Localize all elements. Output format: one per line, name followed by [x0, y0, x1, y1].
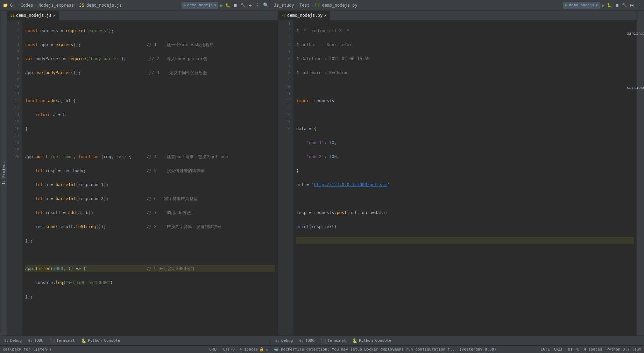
code-line-15: res.send(result.toString()); // 8 转换为字符串… [25, 223, 275, 230]
run-config-dropdown[interactable]: ▼ [214, 3, 216, 7]
left-code-area[interactable]: 12345 678910 1112131415 1617181920 const… [7, 20, 278, 336]
js-file-icon: JS [79, 3, 84, 8]
left-code-content[interactable]: const express = require('express'); cons… [22, 20, 278, 336]
left-editor-panel: JS demo_nodejs.js ✕ 12345 678910 1112131… [7, 10, 278, 336]
breadcrumb-js-study[interactable]: Js_study [274, 3, 294, 8]
run-config-left[interactable]: ▶ demo_nodejs ▼ [182, 2, 218, 9]
main-area: 1: Project JS demo_nodejs.js ✕ 12345 678… [0, 10, 644, 336]
folder-icon: 📁 [3, 3, 8, 8]
notif-icon: 🐳 [274, 347, 279, 352]
run-all-left[interactable]: ⏭ [248, 3, 253, 8]
editors-area: JS demo_nodejs.js ✕ 12345 678910 1112131… [7, 10, 644, 336]
right-tab-close[interactable]: ✕ [324, 13, 326, 18]
favorites-label[interactable]: 2: Favorites [624, 85, 644, 92]
code-line-11: let resp = req.body; // 5 接受传过来的请求体 [25, 167, 275, 174]
tools-bar-left: 5: Debug 6: TODO ⬛ Terminal 🐍 Python Con… [0, 337, 271, 345]
terminal-tab-label: Terminal [56, 338, 75, 343]
code-line-7: return a + b [25, 111, 275, 118]
right-tab-py[interactable]: PY demo_nodejs.py ✕ [278, 11, 330, 20]
rcode-line-2: # author : SunriseCai [296, 41, 634, 48]
status-bar: callback for listen() CRLF UTF-8 4 space… [0, 345, 644, 353]
code-line-8: } [25, 125, 275, 132]
debug-button-left[interactable]: 🐛 [225, 3, 231, 8]
debug-tab-right[interactable]: 5: Debug [273, 337, 296, 345]
run-button-left[interactable]: ▶ [220, 2, 223, 8]
run-config-right[interactable]: ▶ demo_nodejs ▼ [563, 2, 600, 9]
more-left[interactable]: ⋮ [255, 3, 260, 8]
rcode-line-11: } [296, 167, 634, 174]
build-button-left[interactable]: 🔨 [240, 3, 246, 8]
right-code-content[interactable]: # -*- coding:utf-8 -*- # author : Sunris… [293, 20, 637, 336]
search-button-left[interactable]: 🔍 [263, 2, 269, 8]
debug-tab-left[interactable]: 5: Debug [1, 337, 24, 345]
tools-bar-right: 5: Debug 6: TODO ⬛ Terminal 🐍 Python Con… [271, 337, 644, 345]
todo-tab-left[interactable]: 6: TODO [25, 337, 46, 345]
code-line-17 [25, 251, 275, 258]
breadcrumb-left[interactable]: 📁 G: › Codes › Nodejs_express › JS demo_… [0, 3, 125, 8]
run-config-icon: ▶ [184, 3, 186, 7]
code-line-16: }); [25, 237, 275, 244]
breadcrumb-right[interactable]: Js_study › Test › PY demo_nodejs.py [271, 3, 360, 8]
rcode-line-9: 'num_1': 10, [296, 139, 634, 146]
rcode-line-6: import requests [296, 97, 634, 104]
right-editor-panel: PY demo_nodejs.py ✕ 12345 678910 1112131… [278, 10, 637, 336]
stop-button-left[interactable]: ⏹ [233, 3, 238, 8]
py-file-icon: PY [315, 3, 320, 8]
top-bar-left: 📁 G: › Codes › Nodejs_express › JS demo_… [0, 0, 271, 10]
left-tab-js[interactable]: JS demo_nodejs.js ✕ [7, 11, 59, 20]
rcode-line-16 [296, 237, 634, 244]
breadcrumb-g[interactable]: G: [10, 3, 15, 8]
rcode-line-4: # software : PyCharm [296, 69, 634, 76]
python-version: Python 3.7 (sum [607, 347, 641, 352]
python-console-tab-right[interactable]: 🐍 Python Console [349, 337, 394, 345]
run-all-right[interactable]: ⏭ [629, 3, 635, 8]
spaces-right: 4 spaces [584, 347, 602, 352]
code-line-10: app.post('/get_sum', function (req, res)… [25, 153, 275, 160]
code-line-3: var bodyParser = require('body-parser');… [25, 55, 275, 62]
encoding-right: CRLF UTF-8 [554, 347, 580, 352]
right-code-area[interactable]: 12345 678910 1112131415 16 # -*- coding:… [278, 20, 637, 336]
right-tab-bar: PY demo_nodejs.py ✕ [278, 10, 637, 20]
notification-text: Dockerfile detection: You may setup Dock… [281, 347, 496, 352]
py-tab-icon: PY [282, 14, 286, 17]
code-line-9 [25, 139, 275, 146]
right-gutter [278, 20, 281, 336]
status-encoding-left: CRLF UTF-8 4 spaces [209, 347, 258, 352]
breadcrumb-test[interactable]: Test [299, 3, 310, 8]
todo-tab-right-label: TODO [305, 338, 315, 343]
project-panel-label[interactable]: 1: Project [0, 10, 7, 336]
run-config-right-icon: ▶ [565, 3, 568, 7]
code-line-12: let a = parseInt(resp.num_1); [25, 181, 275, 188]
run-button-right[interactable]: ▶ [602, 2, 605, 8]
js-tab-icon: JS [10, 14, 15, 17]
status-text-left: callback for listen() [3, 347, 51, 352]
run-config-right-dropdown[interactable]: ▼ [596, 3, 597, 7]
code-line-4: app.use(bodyParser()); // 3 定义中间件的意思撒 [25, 69, 275, 76]
rcode-line-1: # -*- coding:utf-8 -*- [296, 27, 634, 34]
rcode-line-7 [296, 111, 634, 118]
right-line-numbers: 12345 678910 1112131415 16 [281, 20, 293, 336]
more-right[interactable]: ⋮ [636, 3, 642, 8]
stop-button-right[interactable]: ⏹ [614, 3, 620, 8]
todo-tab-label: TODO [34, 338, 44, 343]
breadcrumb-codes[interactable]: Codes [21, 3, 33, 8]
run-controls-left: ▶ 🐛 ⏹ 🔨 ⏭ ⋮ 🔍 [218, 2, 271, 8]
run-config-right-label: demo_nodejs [569, 3, 594, 7]
breadcrumb-nodejs-express[interactable]: Nodejs_express [38, 3, 74, 8]
breadcrumb-file[interactable]: demo_nodejs.js [86, 3, 122, 8]
debug-button-right[interactable]: 🐛 [606, 3, 613, 8]
breadcrumb-py-file[interactable]: demo_nodejs.py [322, 3, 358, 8]
rcode-line-13 [296, 195, 634, 202]
structure-label[interactable]: 2: Structure [624, 31, 644, 37]
left-tab-close[interactable]: ✕ [53, 13, 55, 18]
python-console-tab-left[interactable]: 🐍 Python Console [78, 337, 123, 345]
left-tab-label: demo_nodejs.js [16, 13, 51, 18]
terminal-tab-right[interactable]: ⬛ Terminal [318, 337, 349, 345]
left-line-numbers: 12345 678910 1112131415 1617181920 [10, 20, 22, 336]
build-button-right[interactable]: 🔨 [621, 3, 628, 8]
position-right: 16:1 [540, 347, 550, 352]
todo-tab-right[interactable]: 6: TODO [296, 337, 317, 345]
right-side-labels: 2: Structure 2: Favorites [637, 10, 644, 336]
terminal-tab-left[interactable]: ⬛ Terminal [47, 337, 78, 345]
rcode-line-5 [296, 83, 634, 90]
